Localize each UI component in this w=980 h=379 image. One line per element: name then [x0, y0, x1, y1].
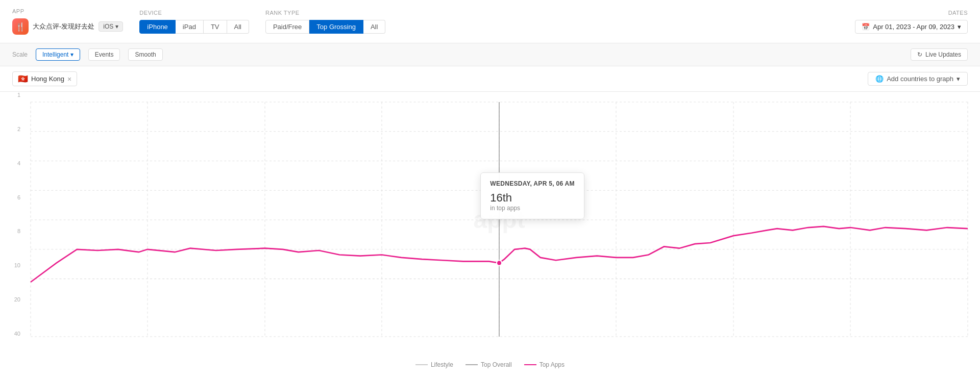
rank-paid-free[interactable]: Paid/Free [265, 20, 309, 34]
legend-lifestyle-line [415, 364, 428, 365]
dates-picker[interactable]: 📅 Apr 01, 2023 - Apr 09, 2023 ▾ [855, 20, 968, 34]
scale-label: Scale [12, 51, 28, 58]
chart-container: appt [31, 102, 968, 337]
rank-type-label: Rank Type [265, 10, 385, 16]
legend-top-overall-line [465, 364, 478, 365]
rank-top-grossing[interactable]: Top Grossing [309, 20, 363, 34]
legend-top-overall-label: Top Overall [481, 361, 512, 368]
dates-label: Dates [948, 10, 968, 16]
app-icon: 🍴 [12, 18, 29, 35]
app-name: 大众点评-发现好去处 [33, 22, 94, 31]
device-label: Device [139, 10, 249, 16]
chevron-down-icon: ▾ [957, 75, 960, 83]
smooth-btn[interactable]: Smooth [128, 48, 162, 61]
device-all[interactable]: All [227, 20, 249, 34]
scale-intelligent-btn[interactable]: Intelligent ▾ [36, 48, 80, 61]
y-label-2: 2 [17, 126, 20, 132]
y-label-10: 10 [14, 262, 20, 268]
legend-top-overall: Top Overall [465, 361, 512, 368]
remove-country-btn[interactable]: × [67, 75, 71, 83]
refresh-icon: ↻ [917, 51, 922, 58]
chart-area: 1 2 4 6 8 10 20 40 appt [0, 92, 980, 357]
events-btn[interactable]: Events [88, 48, 120, 61]
rank-type-section: Rank Type Paid/Free Top Grossing All [265, 10, 385, 34]
svg-point-18 [497, 260, 502, 266]
app-info: 🍴 大众点评-发现好去处 iOS ▾ [12, 18, 123, 35]
chart-svg [31, 102, 968, 337]
country-name: Hong Kong [31, 75, 64, 83]
y-label-20: 20 [14, 296, 20, 302]
legend-top-apps-line [524, 364, 536, 365]
calendar-icon: 📅 [862, 23, 870, 31]
device-iphone[interactable]: iPhone [139, 20, 175, 34]
y-label-6: 6 [17, 194, 20, 200]
add-countries-btn[interactable]: 🌐 Add countries to graph ▾ [868, 72, 968, 86]
legend-top-apps-label: Top Apps [540, 361, 565, 368]
hong-kong-tag: 🇭🇰 Hong Kong × [12, 71, 77, 86]
legend: Lifestyle Top Overall Top Apps [0, 357, 980, 370]
globe-icon: 🌐 [875, 75, 884, 83]
device-section: Device iPhone iPad TV All [139, 10, 249, 34]
dates-section: Dates 📅 Apr 01, 2023 - Apr 09, 2023 ▾ [855, 10, 968, 34]
device-selector: iPhone iPad TV All [139, 20, 249, 34]
y-axis: 1 2 4 6 8 10 20 40 [0, 92, 26, 337]
y-label-1: 1 [17, 92, 20, 98]
device-ipad[interactable]: iPad [176, 20, 204, 34]
device-tv[interactable]: TV [204, 20, 227, 34]
y-label-8: 8 [17, 228, 20, 234]
rank-type-selector: Paid/Free Top Grossing All [265, 20, 385, 34]
chevron-down-icon: ▾ [958, 23, 961, 31]
legend-lifestyle: Lifestyle [415, 361, 453, 368]
chevron-down-icon: ▾ [70, 51, 74, 58]
app-label: App [12, 8, 123, 14]
ios-selector[interactable]: iOS ▾ [99, 21, 123, 32]
rank-all[interactable]: All [363, 20, 385, 34]
legend-lifestyle-label: Lifestyle [431, 361, 453, 368]
app-section: App 🍴 大众点评-发现好去处 iOS ▾ [12, 8, 123, 35]
y-label-4: 4 [17, 160, 20, 166]
header: App 🍴 大众点评-发现好去处 iOS ▾ Device iPhone iPa… [0, 0, 980, 43]
dates-value: Apr 01, 2023 - Apr 09, 2023 [873, 23, 954, 31]
live-updates-btn[interactable]: ↻ Live Updates [911, 48, 968, 61]
y-label-40: 40 [14, 331, 20, 337]
hong-kong-flag: 🇭🇰 [18, 74, 28, 84]
legend-top-apps: Top Apps [524, 361, 565, 368]
toolbar: Scale Intelligent ▾ Events Smooth ↻ Live… [0, 43, 980, 66]
chevron-down-icon: ▾ [115, 23, 118, 30]
countries-bar: 🇭🇰 Hong Kong × 🌐 Add countries to graph … [0, 66, 980, 92]
